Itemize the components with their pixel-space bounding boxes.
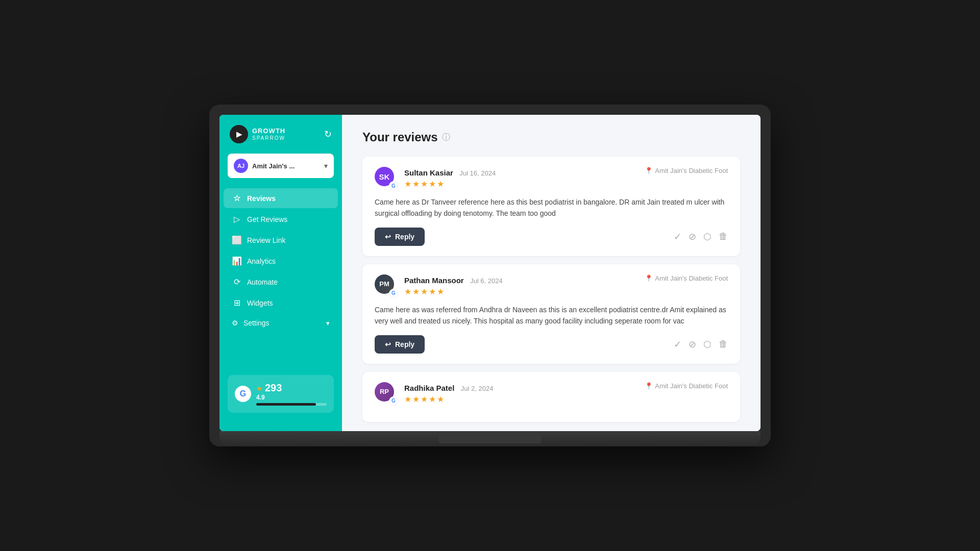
sidebar-item-label: Analytics xyxy=(247,257,276,265)
review-header: PM G Pathan Mansoor Jul 6, 2024 ★ ★ xyxy=(375,274,728,298)
sidebar-item-settings[interactable]: ⚙ Settings ▾ xyxy=(224,314,338,332)
sidebar-item-label: Automate xyxy=(247,278,278,286)
location-pin-icon: 📍 xyxy=(645,382,653,390)
review-date: Jul 16, 2024 xyxy=(459,169,496,177)
reply-icon: ↩ xyxy=(385,340,391,348)
review-date: Jul 2, 2024 xyxy=(461,385,494,392)
avatar: PM G xyxy=(375,274,398,298)
sidebar-item-label: Widgets xyxy=(247,299,273,307)
account-dropdown-icon: ▾ xyxy=(324,162,328,170)
stats-rating: 4.9 xyxy=(256,394,265,401)
reviewer-details: Sultan Kasiar Jul 16, 2024 ★ ★ ★ ★ ★ xyxy=(404,168,496,189)
page-title: Your reviews xyxy=(362,130,438,144)
review-date: Jul 6, 2024 xyxy=(470,277,503,285)
review-card: RP G Radhika Patel Jul 2, 2024 ★ ★ xyxy=(362,372,740,422)
reply-label: Reply xyxy=(395,340,414,348)
sidebar-item-automate[interactable]: ⟳ Automate xyxy=(224,272,338,292)
sidebar-item-widgets[interactable]: ⊞ Widgets xyxy=(224,293,338,313)
automate-icon: ⟳ xyxy=(232,277,242,287)
account-name: Amit Jain's ... xyxy=(252,162,295,170)
review-header: RP G Radhika Patel Jul 2, 2024 ★ ★ xyxy=(375,382,728,406)
delete-icon[interactable]: 🗑 xyxy=(719,339,728,349)
logo-area: ▶ GROWTH SPARROW ↻ xyxy=(219,125,342,154)
review-card: PM G Pathan Mansoor Jul 6, 2024 ★ ★ xyxy=(362,264,740,364)
sidebar-item-analytics[interactable]: 📊 Analytics xyxy=(224,251,338,271)
location-name: Amit Jain's Diabetic Foot xyxy=(655,167,728,174)
logo-sparrow: SPARROW xyxy=(252,135,285,141)
logo-text: GROWTH SPARROW xyxy=(252,128,285,140)
stats-star-icon: ★ xyxy=(256,384,263,392)
settings-icon: ⚙ xyxy=(232,319,238,327)
google-badge-icon: G xyxy=(389,289,398,298)
sidebar-item-reviews[interactable]: ☆ Reviews xyxy=(224,188,338,208)
location-name: Amit Jain's Diabetic Foot xyxy=(655,382,728,390)
slash-eye-icon[interactable]: ⊘ xyxy=(689,231,696,242)
sidebar-item-label: Get Reviews xyxy=(247,215,287,223)
action-icons: ✓ ⊘ ⬡ 🗑 xyxy=(674,339,728,350)
instagram-icon[interactable]: ⬡ xyxy=(703,339,712,350)
sidebar: ▶ GROWTH SPARROW ↻ AJ Amit Jain's ... ▾ xyxy=(219,115,342,431)
review-link-icon: ⬜ xyxy=(232,235,242,245)
google-badge-icon: G xyxy=(389,396,398,406)
sidebar-item-label: Reviews xyxy=(247,194,276,203)
logo-growth: GROWTH xyxy=(252,128,285,135)
reviews-icon: ☆ xyxy=(232,193,242,203)
stats-info: ★ 293 4.9 xyxy=(256,382,327,406)
review-card: SK G Sultan Kasiar Jul 16, 2024 ★ ★ xyxy=(362,157,740,256)
delete-icon[interactable]: 🗑 xyxy=(719,231,728,242)
action-icons: ✓ ⊘ ⬡ 🗑 xyxy=(674,231,728,242)
check-icon[interactable]: ✓ xyxy=(674,231,681,242)
reviewer-info: PM G Pathan Mansoor Jul 6, 2024 ★ ★ xyxy=(375,274,503,298)
logo-icon: ▶ xyxy=(230,125,248,143)
stats-count: 293 xyxy=(265,382,282,394)
location-name: Amit Jain's Diabetic Foot xyxy=(655,274,728,282)
google-badge-icon: G xyxy=(389,181,398,190)
reviewer-name: Sultan Kasiar xyxy=(404,168,453,177)
review-actions: ↩ Reply ✓ ⊘ ⬡ 🗑 xyxy=(375,228,728,246)
star-rating: ★ ★ ★ ★ ★ xyxy=(404,179,496,189)
location-info: 📍 Amit Jain's Diabetic Foot xyxy=(645,382,728,390)
google-logo: G xyxy=(235,386,251,402)
reply-button[interactable]: ↩ Reply xyxy=(375,228,425,246)
reviewer-info: SK G Sultan Kasiar Jul 16, 2024 ★ ★ xyxy=(375,167,496,190)
reply-button[interactable]: ↩ Reply xyxy=(375,335,425,354)
location-pin-icon: 📍 xyxy=(645,167,653,174)
review-actions: ↩ Reply ✓ ⊘ ⬡ 🗑 xyxy=(375,335,728,354)
account-avatar: AJ xyxy=(234,159,248,173)
reviewer-details: Pathan Mansoor Jul 6, 2024 ★ ★ ★ ★ ★ xyxy=(404,276,503,296)
location-pin-icon: 📍 xyxy=(645,274,653,282)
sidebar-item-label: Review Link xyxy=(247,236,285,244)
sidebar-item-get-reviews[interactable]: ▷ Get Reviews xyxy=(224,209,338,229)
account-selector[interactable]: AJ Amit Jain's ... ▾ xyxy=(228,154,334,178)
progress-bar xyxy=(256,403,327,406)
reply-icon: ↩ xyxy=(385,233,391,241)
avatar: RP G xyxy=(375,382,398,406)
reply-label: Reply xyxy=(395,233,414,241)
progress-fill xyxy=(256,403,316,406)
reviewer-name: Radhika Patel xyxy=(404,384,454,392)
get-reviews-icon: ▷ xyxy=(232,214,242,224)
review-text: Came here as Dr Tanveer reference here a… xyxy=(375,196,728,219)
help-icon[interactable]: ⓘ xyxy=(442,132,450,143)
account-initials: AJ xyxy=(237,163,244,169)
reviewer-details: Radhika Patel Jul 2, 2024 ★ ★ ★ ★ ★ xyxy=(404,384,493,404)
check-icon[interactable]: ✓ xyxy=(674,339,681,350)
stats-box: G ★ 293 4.9 xyxy=(228,375,334,413)
review-header: SK G Sultan Kasiar Jul 16, 2024 ★ ★ xyxy=(375,167,728,190)
instagram-icon[interactable]: ⬡ xyxy=(703,231,712,242)
nav-menu: ☆ Reviews ▷ Get Reviews ⬜ Review Link 📊 … xyxy=(219,188,342,367)
trackpad xyxy=(439,434,541,443)
refresh-icon[interactable]: ↻ xyxy=(324,129,332,140)
main-content: Your reviews ⓘ SK G Sultan Kasiar Ju xyxy=(342,115,761,431)
account-selector-left: AJ Amit Jain's ... xyxy=(234,159,295,173)
settings-chevron-icon: ▾ xyxy=(326,319,330,327)
page-header: Your reviews ⓘ xyxy=(362,130,740,144)
analytics-icon: 📊 xyxy=(232,256,242,266)
sidebar-settings-label: Settings xyxy=(243,319,270,327)
avatar: SK G xyxy=(375,167,398,190)
star-rating: ★ ★ ★ ★ ★ xyxy=(404,394,493,404)
location-info: 📍 Amit Jain's Diabetic Foot xyxy=(645,274,728,282)
slash-eye-icon[interactable]: ⊘ xyxy=(689,339,696,350)
review-text: Came here as was referred from Andhra dr… xyxy=(375,304,728,327)
sidebar-item-review-link[interactable]: ⬜ Review Link xyxy=(224,230,338,250)
